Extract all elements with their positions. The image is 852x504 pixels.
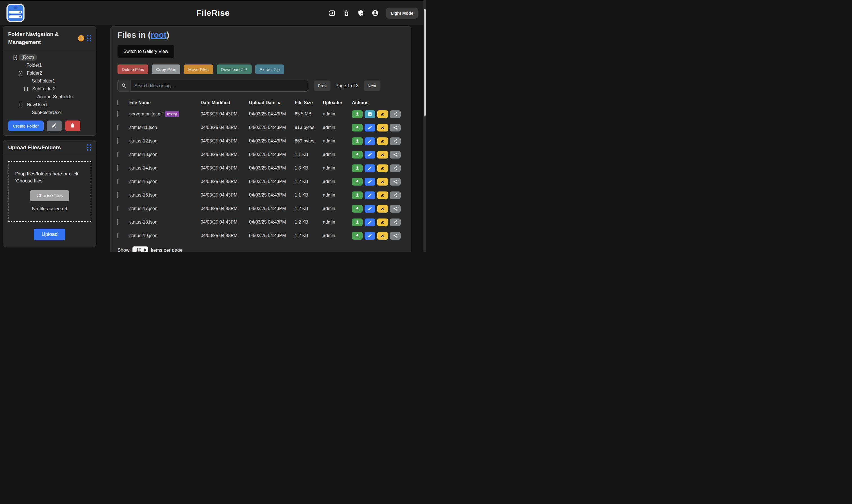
col-header-file-name[interactable]: File Name	[129, 100, 201, 105]
share-button[interactable]	[390, 110, 401, 118]
row-checkbox[interactable]	[118, 192, 118, 198]
drag-handle-icon[interactable]	[87, 144, 91, 151]
row-checkbox[interactable]	[118, 233, 118, 238]
rename-button[interactable]	[377, 138, 388, 145]
file-name[interactable]: status-19.json	[129, 233, 157, 238]
download-button[interactable]	[352, 138, 363, 145]
folder-tree-item[interactable]: SubFolder1	[3, 77, 96, 85]
account-icon[interactable]	[371, 10, 379, 17]
move-files-button[interactable]: Move Files	[184, 65, 213, 74]
restore-trash-icon[interactable]	[343, 10, 350, 17]
folder-label[interactable]: SubFolder2	[30, 86, 58, 92]
edit-button[interactable]	[365, 178, 375, 185]
share-button[interactable]	[390, 151, 401, 159]
folder-tree-item[interactable]: [-]Folder2	[3, 69, 96, 77]
root-folder-link[interactable]: root	[151, 31, 167, 39]
folder-tree-item[interactable]: Folder1	[3, 61, 96, 69]
copy-files-button[interactable]: Copy Files	[152, 65, 180, 74]
rename-button[interactable]	[377, 205, 388, 213]
logout-icon[interactable]	[329, 10, 335, 17]
share-button[interactable]	[390, 164, 401, 172]
folder-tree-item[interactable]: [-]NewUser1	[3, 101, 96, 109]
drag-handle-icon[interactable]	[87, 35, 91, 41]
upload-button[interactable]: Upload	[34, 229, 65, 240]
prev-page-button[interactable]: Prev	[314, 80, 330, 91]
row-checkbox[interactable]	[118, 179, 118, 184]
extract-zip-button[interactable]: Extract Zip	[255, 65, 284, 74]
download-button[interactable]	[352, 124, 363, 131]
delete-files-button[interactable]: Delete Files	[118, 65, 148, 74]
delete-folder-button[interactable]	[65, 121, 80, 131]
folder-label[interactable]: SubFolderUser	[29, 110, 65, 116]
folder-label[interactable]: Folder2	[24, 70, 45, 76]
share-button[interactable]	[390, 124, 401, 131]
admin-shield-icon[interactable]	[357, 10, 364, 17]
create-folder-button[interactable]: Create Folder	[8, 121, 44, 131]
share-button[interactable]	[390, 192, 401, 199]
folder-tree-item[interactable]: AnotherSubFolder	[3, 93, 96, 101]
row-checkbox[interactable]	[118, 206, 118, 211]
edit-button[interactable]	[365, 205, 375, 213]
tree-collapse-toggle[interactable]: [-]	[13, 55, 17, 60]
file-name[interactable]: status-13.json	[129, 152, 157, 157]
file-name[interactable]: status-11.json	[129, 125, 157, 130]
col-header-uploader[interactable]: Uploader	[323, 100, 352, 105]
edit-button[interactable]	[365, 151, 375, 159]
file-name[interactable]: status-17.json	[129, 206, 157, 211]
download-button[interactable]	[352, 218, 363, 226]
info-icon[interactable]	[78, 35, 84, 41]
choose-files-button[interactable]: Choose files	[30, 190, 69, 201]
col-header-date-modified[interactable]: Date Modified	[201, 100, 249, 105]
rename-button[interactable]	[377, 192, 388, 199]
row-checkbox[interactable]	[118, 219, 118, 225]
edit-button[interactable]	[365, 218, 375, 226]
tree-collapse-toggle[interactable]: [-]	[24, 87, 28, 91]
folder-tree-item[interactable]: SubFolderUser	[3, 109, 96, 116]
folder-label[interactable]: NewUser1	[24, 102, 50, 108]
share-button[interactable]	[390, 232, 401, 240]
row-checkbox[interactable]	[118, 125, 118, 130]
row-checkbox[interactable]	[118, 111, 118, 116]
edit-button[interactable]	[365, 232, 375, 240]
rename-button[interactable]	[377, 218, 388, 226]
edit-button[interactable]	[365, 138, 375, 145]
edit-button[interactable]	[365, 124, 375, 131]
tree-collapse-toggle[interactable]: [-]	[19, 102, 22, 107]
download-button[interactable]	[352, 110, 363, 118]
select-all-checkbox[interactable]	[118, 100, 118, 105]
download-button[interactable]	[352, 192, 363, 199]
file-dropzone[interactable]: Drop files/folders here or click 'Choose…	[8, 161, 91, 222]
rename-button[interactable]	[377, 178, 388, 185]
scrollbar-track[interactable]	[423, 0, 426, 252]
scrollbar-thumb[interactable]	[424, 9, 426, 116]
col-header-file-size[interactable]: File Size	[295, 100, 323, 105]
download-button[interactable]	[352, 178, 363, 185]
share-button[interactable]	[390, 138, 401, 145]
file-name[interactable]: servermonitor.gif	[129, 111, 162, 116]
tree-collapse-toggle[interactable]: [-]	[19, 71, 22, 76]
folder-label[interactable]: AnotherSubFolder	[35, 94, 76, 100]
edit-button[interactable]	[365, 192, 375, 199]
download-button[interactable]	[352, 151, 363, 159]
download-button[interactable]	[352, 232, 363, 240]
file-name[interactable]: status-14.json	[129, 165, 157, 170]
search-input[interactable]	[130, 80, 308, 91]
share-button[interactable]	[390, 205, 401, 213]
edit-button[interactable]	[365, 164, 375, 172]
folder-tree-item[interactable]: [-]SubFolder2	[3, 85, 96, 93]
share-button[interactable]	[390, 178, 401, 185]
folder-label[interactable]: SubFolder1	[29, 78, 58, 84]
rename-button[interactable]	[377, 110, 388, 118]
preview-button[interactable]	[365, 110, 375, 118]
items-per-page-select[interactable]: 10	[133, 246, 148, 252]
next-page-button[interactable]: Next	[364, 80, 380, 91]
file-name[interactable]: status-18.json	[129, 220, 157, 225]
light-mode-button[interactable]: Light Mode	[386, 7, 418, 19]
switch-gallery-view-button[interactable]: Switch to Gallery View	[118, 45, 174, 58]
file-name[interactable]: status-16.json	[129, 193, 157, 198]
download-button[interactable]	[352, 164, 363, 172]
rename-folder-button[interactable]	[47, 121, 62, 131]
share-button[interactable]	[390, 218, 401, 226]
rename-button[interactable]	[377, 151, 388, 159]
folder-label[interactable]: Folder1	[24, 62, 44, 68]
